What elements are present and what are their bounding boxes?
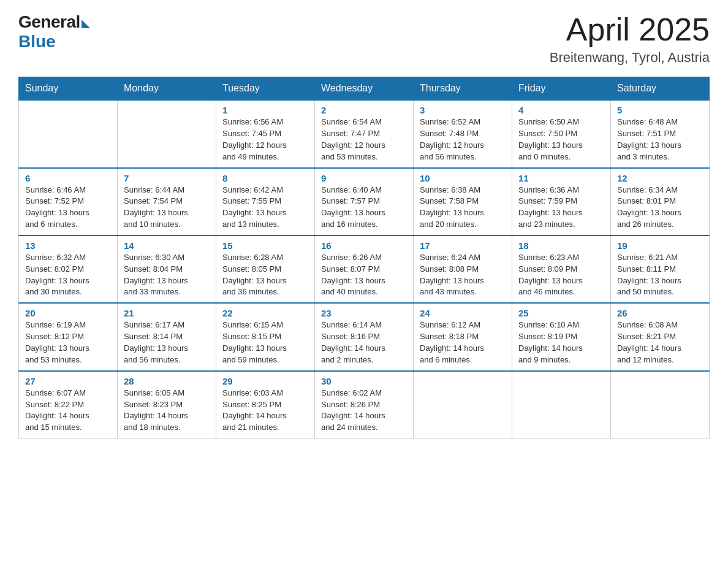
calendar-title: April 2025 [550,12,710,47]
day-number: 14 [124,240,210,251]
day-details: Sunrise: 6:02 AM Sunset: 8:26 PM Dayligh… [321,388,407,434]
day-details: Sunrise: 6:08 AM Sunset: 8:21 PM Dayligh… [617,320,703,366]
day-number: 10 [420,173,506,183]
day-details: Sunrise: 6:38 AM Sunset: 7:58 PM Dayligh… [420,185,506,231]
calendar-cell: 4Sunrise: 6:50 AM Sunset: 7:50 PM Daylig… [512,100,611,167]
day-details: Sunrise: 6:50 AM Sunset: 7:50 PM Dayligh… [518,117,604,163]
day-number: 19 [617,240,703,251]
calendar-cell: 15Sunrise: 6:28 AM Sunset: 8:05 PM Dayli… [216,236,315,303]
day-details: Sunrise: 6:32 AM Sunset: 8:02 PM Dayligh… [25,252,111,298]
day-details: Sunrise: 6:12 AM Sunset: 8:18 PM Dayligh… [420,320,506,366]
day-number: 7 [124,173,210,183]
day-details: Sunrise: 6:19 AM Sunset: 8:12 PM Dayligh… [25,320,111,366]
day-details: Sunrise: 6:15 AM Sunset: 8:15 PM Dayligh… [222,320,308,366]
day-number: 12 [617,173,703,183]
day-details: Sunrise: 6:21 AM Sunset: 8:11 PM Dayligh… [617,252,703,298]
day-number: 5 [617,105,703,115]
day-details: Sunrise: 6:52 AM Sunset: 7:48 PM Dayligh… [420,117,506,163]
calendar-cell: 28Sunrise: 6:05 AM Sunset: 8:23 PM Dayli… [118,371,216,439]
calendar-cell: 23Sunrise: 6:14 AM Sunset: 8:16 PM Dayli… [315,303,414,370]
day-number: 30 [321,376,407,386]
day-number: 8 [222,173,308,183]
calendar-table: SundayMondayTuesdayWednesdayThursdayFrid… [18,77,710,439]
title-block: April 2025 Breitenwang, Tyrol, Austria [550,12,710,66]
calendar-cell: 9Sunrise: 6:40 AM Sunset: 7:57 PM Daylig… [315,168,414,236]
calendar-cell: 19Sunrise: 6:21 AM Sunset: 8:11 PM Dayli… [611,236,710,303]
day-number: 11 [518,173,604,183]
day-number: 22 [222,308,308,318]
calendar-cell [512,371,611,439]
calendar-cell [611,371,710,439]
calendar-cell: 1Sunrise: 6:56 AM Sunset: 7:45 PM Daylig… [216,100,315,167]
calendar-cell [118,100,216,167]
day-details: Sunrise: 6:05 AM Sunset: 8:23 PM Dayligh… [124,388,210,434]
day-number: 18 [518,240,604,251]
calendar-cell: 18Sunrise: 6:23 AM Sunset: 8:09 PM Dayli… [512,236,611,303]
day-number: 2 [321,105,407,115]
calendar-cell [19,100,118,167]
calendar-cell: 22Sunrise: 6:15 AM Sunset: 8:15 PM Dayli… [216,303,315,370]
calendar-cell: 8Sunrise: 6:42 AM Sunset: 7:55 PM Daylig… [216,168,315,236]
calendar-week-row: 1Sunrise: 6:56 AM Sunset: 7:45 PM Daylig… [19,100,710,167]
day-details: Sunrise: 6:28 AM Sunset: 8:05 PM Dayligh… [222,252,308,298]
day-number: 27 [25,376,111,386]
calendar-cell: 20Sunrise: 6:19 AM Sunset: 8:12 PM Dayli… [19,303,118,370]
calendar-cell [414,371,512,439]
day-number: 26 [617,308,703,318]
day-details: Sunrise: 6:36 AM Sunset: 7:59 PM Dayligh… [518,185,604,231]
calendar-cell: 3Sunrise: 6:52 AM Sunset: 7:48 PM Daylig… [414,100,512,167]
day-details: Sunrise: 6:34 AM Sunset: 8:01 PM Dayligh… [617,185,703,231]
page-header: General Blue April 2025 Breitenwang, Tyr… [18,12,710,66]
day-details: Sunrise: 6:56 AM Sunset: 7:45 PM Dayligh… [222,117,308,163]
day-details: Sunrise: 6:24 AM Sunset: 8:08 PM Dayligh… [420,252,506,298]
day-number: 9 [321,173,407,183]
day-number: 25 [518,308,604,318]
day-number: 29 [222,376,308,386]
calendar-cell: 14Sunrise: 6:30 AM Sunset: 8:04 PM Dayli… [118,236,216,303]
calendar-cell: 12Sunrise: 6:34 AM Sunset: 8:01 PM Dayli… [611,168,710,236]
calendar-cell: 26Sunrise: 6:08 AM Sunset: 8:21 PM Dayli… [611,303,710,370]
calendar-cell: 24Sunrise: 6:12 AM Sunset: 8:18 PM Dayli… [414,303,512,370]
calendar-cell: 13Sunrise: 6:32 AM Sunset: 8:02 PM Dayli… [19,236,118,303]
day-number: 17 [420,240,506,251]
day-details: Sunrise: 6:44 AM Sunset: 7:54 PM Dayligh… [124,185,210,231]
day-details: Sunrise: 6:40 AM Sunset: 7:57 PM Dayligh… [321,185,407,231]
calendar-cell: 6Sunrise: 6:46 AM Sunset: 7:52 PM Daylig… [19,168,118,236]
calendar-cell: 2Sunrise: 6:54 AM Sunset: 7:47 PM Daylig… [315,100,414,167]
weekday-header-friday: Friday [512,77,611,101]
day-number: 16 [321,240,407,251]
calendar-cell: 21Sunrise: 6:17 AM Sunset: 8:14 PM Dayli… [118,303,216,370]
day-details: Sunrise: 6:26 AM Sunset: 8:07 PM Dayligh… [321,252,407,298]
logo-blue-text: Blue [18,32,56,52]
logo-triangle-icon [82,20,90,28]
calendar-cell: 17Sunrise: 6:24 AM Sunset: 8:08 PM Dayli… [414,236,512,303]
day-details: Sunrise: 6:14 AM Sunset: 8:16 PM Dayligh… [321,320,407,366]
calendar-cell: 27Sunrise: 6:07 AM Sunset: 8:22 PM Dayli… [19,371,118,439]
day-details: Sunrise: 6:42 AM Sunset: 7:55 PM Dayligh… [222,185,308,231]
day-details: Sunrise: 6:54 AM Sunset: 7:47 PM Dayligh… [321,117,407,163]
weekday-header-thursday: Thursday [414,77,512,101]
calendar-location: Breitenwang, Tyrol, Austria [550,50,710,66]
calendar-cell: 10Sunrise: 6:38 AM Sunset: 7:58 PM Dayli… [414,168,512,236]
day-number: 21 [124,308,210,318]
weekday-header-row: SundayMondayTuesdayWednesdayThursdayFrid… [19,77,710,101]
calendar-cell: 16Sunrise: 6:26 AM Sunset: 8:07 PM Dayli… [315,236,414,303]
weekday-header-tuesday: Tuesday [216,77,315,101]
day-details: Sunrise: 6:03 AM Sunset: 8:25 PM Dayligh… [222,388,308,434]
day-number: 3 [420,105,506,115]
calendar-week-row: 27Sunrise: 6:07 AM Sunset: 8:22 PM Dayli… [19,371,710,439]
weekday-header-monday: Monday [118,77,216,101]
day-number: 1 [222,105,308,115]
day-number: 28 [124,376,210,386]
calendar-cell: 29Sunrise: 6:03 AM Sunset: 8:25 PM Dayli… [216,371,315,439]
day-number: 15 [222,240,308,251]
logo: General Blue [18,12,90,52]
calendar-week-row: 20Sunrise: 6:19 AM Sunset: 8:12 PM Dayli… [19,303,710,370]
day-number: 4 [518,105,604,115]
weekday-header-saturday: Saturday [611,77,710,101]
day-number: 23 [321,308,407,318]
day-details: Sunrise: 6:23 AM Sunset: 8:09 PM Dayligh… [518,252,604,298]
day-details: Sunrise: 6:17 AM Sunset: 8:14 PM Dayligh… [124,320,210,366]
day-details: Sunrise: 6:46 AM Sunset: 7:52 PM Dayligh… [25,185,111,231]
calendar-cell: 25Sunrise: 6:10 AM Sunset: 8:19 PM Dayli… [512,303,611,370]
